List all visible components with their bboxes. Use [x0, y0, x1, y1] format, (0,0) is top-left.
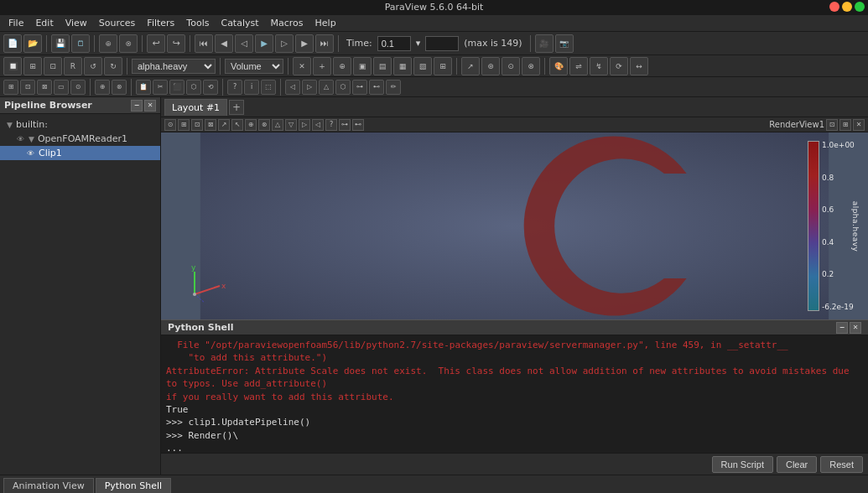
tb3-btn12[interactable]: ⟲	[203, 80, 218, 95]
connect-btn[interactable]: ⊕	[99, 34, 117, 53]
tb3-btn13[interactable]: ?	[227, 80, 242, 95]
save-state[interactable]: 🗒	[71, 34, 90, 53]
vt-cam9[interactable]: △	[272, 119, 283, 131]
vt-cam1[interactable]: ⊙	[164, 119, 176, 131]
close-button[interactable]	[829, 2, 839, 12]
tree-item-builtin[interactable]: ▼ builtin:	[0, 117, 160, 132]
reset-button[interactable]: Reset	[820, 456, 863, 473]
maximize-button[interactable]	[855, 2, 865, 12]
vt-options1[interactable]: ⊡	[826, 119, 838, 131]
first-frame[interactable]: ⏮	[195, 34, 213, 53]
vt-cam10[interactable]: ▽	[285, 119, 297, 131]
vt-options2[interactable]: ⊞	[839, 119, 851, 131]
tb3-btn5[interactable]: ⊙	[70, 80, 86, 95]
vt-cam3[interactable]: ⊡	[191, 119, 203, 131]
tb2-render7[interactable]: ▧	[413, 57, 432, 75]
vt-cam15[interactable]: ⊷	[352, 119, 364, 131]
tb2-color2[interactable]: ⇌	[569, 57, 588, 75]
tb2-color4[interactable]: ⟳	[610, 57, 628, 75]
tb2-btn6[interactable]: ↻	[104, 57, 122, 75]
pipeline-close[interactable]: ✕	[144, 100, 156, 112]
vt-cam12[interactable]: ◁	[312, 119, 324, 131]
tb2-render6[interactable]: ▦	[393, 57, 412, 75]
volume-select[interactable]: Volume	[225, 59, 283, 74]
camera-btn[interactable]: 🎥	[535, 34, 554, 53]
tb3-btn20[interactable]: ⊶	[352, 80, 367, 95]
menu-edit[interactable]: Edit	[30, 16, 58, 30]
play-btn[interactable]: ▶	[255, 34, 273, 53]
tb2-color5[interactable]: ↔	[630, 57, 648, 75]
vt-cam2[interactable]: ⊞	[178, 119, 190, 131]
vt-cam8[interactable]: ⊗	[258, 119, 270, 131]
add-layout-button[interactable]: +	[229, 100, 244, 115]
menu-macros[interactable]: Macros	[266, 16, 309, 30]
menu-view[interactable]: View	[60, 16, 92, 30]
play-rev[interactable]: ◁	[235, 34, 253, 53]
tb3-btn15[interactable]: ⬚	[261, 80, 276, 95]
new-button[interactable]: 📄	[3, 34, 22, 53]
menu-catalyst[interactable]: Catalyst	[216, 16, 263, 30]
menu-file[interactable]: File	[3, 16, 29, 30]
tb2-btn3[interactable]: ⊡	[44, 57, 62, 75]
tb3-btn14[interactable]: i	[244, 80, 259, 95]
tb2-color1[interactable]: 🎨	[549, 57, 568, 75]
play-fwd[interactable]: ▷	[275, 34, 294, 53]
vt-cam5[interactable]: ↗	[218, 119, 230, 131]
prev-frame[interactable]: ◀	[215, 34, 233, 53]
vt-cam11[interactable]: ▷	[299, 119, 310, 131]
vt-cam7[interactable]: ⊕	[245, 119, 257, 131]
tb2-render2[interactable]: +	[313, 57, 331, 75]
vt-cam6[interactable]: ↖	[231, 119, 243, 131]
tb2-render1[interactable]: ✕	[293, 57, 311, 75]
tb2-btn1[interactable]: 🔲	[3, 57, 22, 75]
screenshot-btn[interactable]: 📷	[555, 34, 574, 53]
tb3-btn10[interactable]: ⬛	[169, 80, 185, 95]
tab-animation-view[interactable]: Animation View	[3, 478, 94, 493]
tb2-render4[interactable]: ▣	[353, 57, 372, 75]
last-frame[interactable]: ⏭	[315, 34, 334, 53]
run-script-button[interactable]: Run Script	[712, 456, 773, 473]
tb3-btn22[interactable]: ✏	[386, 80, 401, 95]
save-button[interactable]: 💾	[51, 34, 70, 53]
python-shell-minus[interactable]: −	[836, 322, 848, 334]
tb3-btn7[interactable]: ⊗	[112, 80, 127, 95]
tb3-btn19[interactable]: ⬡	[335, 80, 351, 95]
tb2-orient1[interactable]: ↗	[461, 57, 480, 75]
next-frame[interactable]: ▶	[295, 34, 314, 53]
render-view[interactable]: 1.0e+00 0.8 0.6 0.4 0.2 -6.2e-19 alpha.h…	[161, 132, 868, 319]
time-input[interactable]	[377, 36, 411, 51]
tb3-btn1[interactable]: ⊞	[3, 80, 18, 95]
tab-python-shell[interactable]: Python Shell	[96, 478, 171, 493]
vt-cam14[interactable]: ⊶	[339, 119, 351, 131]
clear-button[interactable]: Clear	[777, 456, 817, 473]
tb3-btn3[interactable]: ⊠	[37, 80, 52, 95]
menu-tools[interactable]: Tools	[181, 16, 214, 30]
tb2-render3[interactable]: ⊕	[333, 57, 351, 75]
tb3-btn4[interactable]: ▭	[54, 80, 69, 95]
undo-btn[interactable]: ↩	[147, 34, 165, 53]
tb3-btn16[interactable]: ◁	[285, 80, 300, 95]
filter-select[interactable]: alpha.heavy	[132, 59, 216, 74]
tb3-btn21[interactable]: ⊷	[369, 80, 384, 95]
layout-tab-1[interactable]: Layout #1	[164, 99, 227, 116]
disconnect-btn[interactable]: ⊗	[119, 34, 138, 53]
tb3-btn17[interactable]: ▷	[302, 80, 317, 95]
tb3-btn8[interactable]: 📋	[136, 80, 151, 95]
time-frame-input[interactable]	[425, 36, 459, 51]
tb3-btn11[interactable]: ⬡	[186, 80, 201, 95]
redo-btn[interactable]: ↪	[167, 34, 185, 53]
tb2-orient2[interactable]: ⊛	[481, 57, 500, 75]
tb3-btn2[interactable]: ⊡	[20, 80, 35, 95]
menu-filters[interactable]: Filters	[142, 16, 179, 30]
vt-cam4[interactable]: ⊠	[205, 119, 216, 131]
tb2-render8[interactable]: ⊞	[434, 57, 452, 75]
tb2-orient3[interactable]: ⊙	[502, 57, 520, 75]
tb2-btn2[interactable]: ⊞	[23, 57, 42, 75]
pipeline-minus[interactable]: −	[131, 100, 143, 112]
minimize-button[interactable]	[842, 2, 852, 12]
window-controls[interactable]	[829, 2, 865, 12]
tree-item-clip1[interactable]: 👁 Clip1	[0, 146, 160, 160]
open-button[interactable]: 📂	[23, 34, 42, 53]
tb3-btn18[interactable]: △	[319, 80, 334, 95]
menu-help[interactable]: Help	[310, 16, 341, 30]
